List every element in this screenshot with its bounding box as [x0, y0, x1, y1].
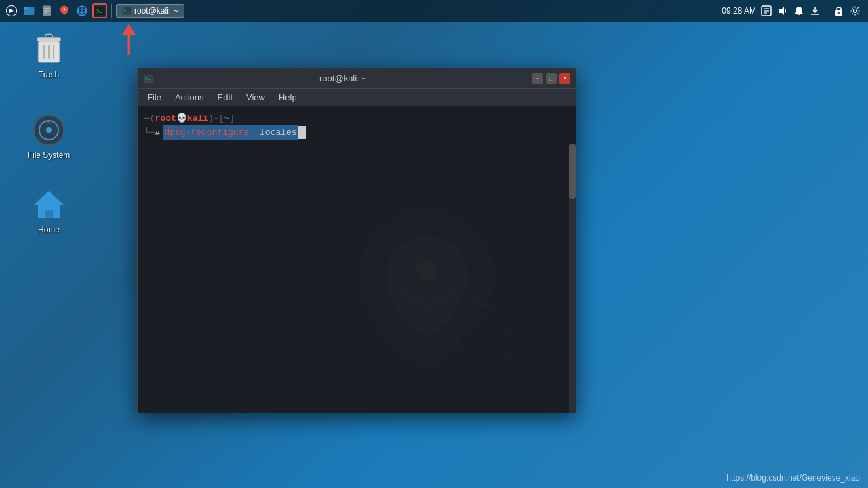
svg-point-7: [64, 8, 66, 10]
command-binary: dpkg-reconfigure: [163, 125, 250, 140]
prompt-hash: #: [155, 126, 161, 140]
command-space: [250, 125, 258, 140]
maximize-button[interactable]: □: [546, 73, 557, 84]
prompt-host: kali: [187, 112, 208, 125]
scrollbar-thumb: [569, 144, 576, 199]
menu-file[interactable]: File: [142, 91, 167, 104]
volume-icon[interactable]: [776, 5, 789, 17]
home-label: Home: [38, 225, 60, 235]
svg-rect-2: [24, 7, 29, 9]
prompt-open-bracket: ─(: [144, 112, 155, 125]
bottom-url: https://blog.csdn.net/Genevieve_xiao: [726, 473, 860, 483]
settings-icon[interactable]: [849, 5, 861, 17]
terminal-menubar: File Actions Edit View Help: [138, 89, 576, 106]
svg-point-23: [854, 9, 857, 13]
svg-point-39: [416, 260, 437, 281]
svg-rect-4: [44, 8, 50, 9]
svg-rect-5: [44, 10, 50, 11]
terminal-line-2: └─ # dpkg-reconfigure locales: [144, 125, 569, 140]
terminal-line-1: ─( root 💀 kali )-[ ~ ]: [144, 112, 569, 125]
lock-icon[interactable]: [833, 5, 845, 17]
file-manager-taskbar-icon[interactable]: [22, 3, 37, 18]
taskbar-separator: [111, 4, 112, 18]
terminal-content[interactable]: ─( root 💀 kali )-[ ~ ] └─ # dpkg-reconfi…: [138, 106, 576, 413]
svg-marker-18: [779, 7, 784, 15]
prompt-line2-prefix: └─: [144, 126, 155, 140]
terminal-title-icon: [143, 73, 154, 84]
svg-rect-30: [37, 38, 61, 41]
kali-watermark: [332, 196, 521, 386]
minimize-button[interactable]: −: [532, 73, 543, 84]
trash-icon-image: [31, 32, 66, 67]
command-args: locales: [258, 125, 298, 140]
taskbar-right: 09:28 AM: [715, 5, 868, 17]
files-taskbar-icon[interactable]: [39, 3, 54, 18]
prompt-dir-close: ]: [229, 112, 235, 125]
download-icon[interactable]: [809, 5, 821, 17]
filesystem-icon-image: [31, 113, 66, 148]
svg-rect-37: [144, 75, 153, 82]
menu-help[interactable]: Help: [273, 91, 302, 104]
prompt-close-bracket: )-[: [208, 112, 224, 125]
svg-rect-36: [45, 210, 53, 218]
prompt-skull-icon: 💀: [176, 112, 187, 125]
menu-view[interactable]: View: [241, 91, 271, 104]
filesystem-label: File System: [28, 150, 71, 160]
tray-separator: [827, 5, 827, 16]
window-controls: − □ ×: [532, 73, 570, 84]
bell-icon[interactable]: [793, 5, 805, 17]
menu-edit[interactable]: Edit: [212, 91, 238, 104]
kali-menu-icon[interactable]: [4, 3, 19, 18]
terminal-titlebar: root@kali: ~ − □ ×: [138, 68, 576, 89]
clock: 09:28 AM: [722, 6, 756, 16]
taskbar: root@kali: ~ 09:28 AM: [0, 0, 868, 22]
svg-point-34: [47, 121, 50, 123]
filesystem-desktop-icon[interactable]: File System: [18, 108, 79, 164]
svg-point-22: [838, 12, 840, 14]
home-icon-image: [31, 187, 66, 222]
svg-point-33: [46, 127, 52, 133]
trash-label: Trash: [39, 70, 59, 79]
kali-dragon-icon[interactable]: [57, 3, 72, 18]
svg-rect-6: [44, 12, 47, 13]
terminal-taskbar-icon[interactable]: [92, 3, 107, 18]
browser-taskbar-icon[interactable]: [75, 3, 90, 18]
red-arrow-annotation: [119, 24, 139, 61]
taskbar-left: root@kali: ~: [0, 3, 189, 18]
svg-rect-10: [95, 7, 105, 15]
terminal-window-button[interactable]: root@kali: ~: [116, 4, 184, 18]
terminal-cursor: [298, 126, 307, 140]
terminal-scrollbar[interactable]: [569, 144, 576, 413]
active-window-title: root@kali: ~: [134, 6, 178, 16]
terminal-window: root@kali: ~ − □ × File Actions Edit Vie…: [137, 68, 576, 413]
close-button[interactable]: ×: [559, 73, 570, 84]
prompt-user: root: [155, 112, 176, 125]
terminal-title-text: root@kali: ~: [154, 73, 532, 83]
trash-desktop-icon[interactable]: Trash: [18, 28, 79, 83]
menu-actions[interactable]: Actions: [170, 91, 210, 104]
svg-rect-12: [123, 7, 131, 15]
svg-marker-25: [122, 24, 136, 35]
prompt-dir: ~: [224, 112, 229, 125]
home-desktop-icon[interactable]: Home: [18, 183, 79, 239]
notifications-icon[interactable]: [760, 5, 772, 17]
